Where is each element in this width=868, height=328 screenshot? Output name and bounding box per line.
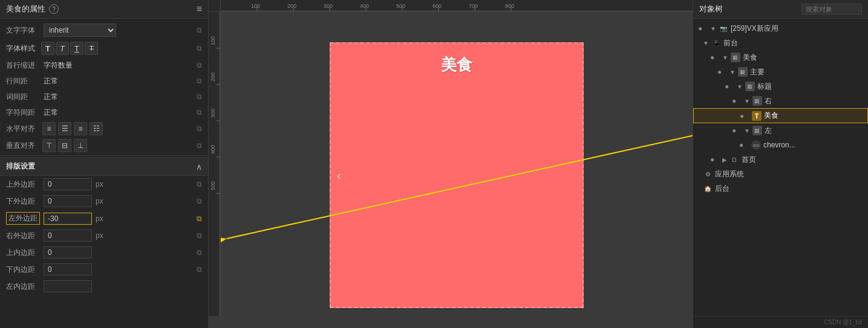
expand-icon-1[interactable]: ▼ <box>703 40 709 47</box>
icon-node-8: ico <box>751 140 761 150</box>
prop-row-lineheight: 行间距 正常 ⧉ <box>0 73 208 89</box>
tree-item-frontend[interactable]: ▼ 📱 前台 <box>693 36 868 50</box>
node-label-6: 美食 <box>764 111 863 121</box>
margin-input-padding-left[interactable] <box>44 280 92 292</box>
tree-item-meishi-text[interactable]: ● T 美食 <box>693 108 868 123</box>
align-center-button[interactable]: ☰ <box>58 122 71 135</box>
tree-item-appsys[interactable]: ⚙ 应用系统 <box>693 167 868 181</box>
copy-icon-margin-right[interactable]: ⧉ <box>197 231 202 240</box>
align-justify-button[interactable]: ☷ <box>90 122 103 135</box>
tree-item-backend[interactable]: 🏠 后台 <box>693 181 868 196</box>
align-left-button[interactable]: ≡ <box>42 122 56 135</box>
margin-input-left[interactable] <box>44 213 92 225</box>
eye-icon-6[interactable]: ● <box>740 112 749 120</box>
prop-row-charspacing: 字符间距 正常 ⧉ <box>0 105 208 120</box>
tree-item-title[interactable]: ● ▼ ▦ 标题 <box>693 79 868 94</box>
right-panel-title: 对象树 <box>699 4 723 14</box>
expand-icon-9[interactable]: ▶ <box>722 156 727 163</box>
margin-input-bottom[interactable] <box>44 195 92 207</box>
copy-icon-wordspacing[interactable]: ⧉ <box>197 92 202 101</box>
expand-icon-0[interactable]: ▼ <box>710 25 716 32</box>
canvas-viewport: ‹ 美食 <box>221 12 693 328</box>
copy-icon-style[interactable]: ⧉ <box>197 44 202 53</box>
eye-icon-3[interactable]: ● <box>717 68 727 76</box>
help-icon[interactable]: ? <box>49 4 59 14</box>
tree-item-right[interactable]: ● ▼ ▦ 右 <box>693 94 868 108</box>
margin-row-left: 左外边距 px ⧉ <box>0 210 208 227</box>
margin-input-padding-top[interactable] <box>44 246 92 259</box>
eye-icon-0[interactable]: ● <box>698 24 708 33</box>
font-style-row: 字体样式 T T T T̶ ⧉ <box>0 39 208 57</box>
expand-icon-5[interactable]: ▼ <box>744 98 750 105</box>
right-panel-header: 对象树 <box>693 0 868 19</box>
expand-icon-3[interactable]: ▼ <box>729 69 736 76</box>
eye-icon-8[interactable]: ● <box>739 141 749 149</box>
expand-icon-4[interactable]: ▼ <box>737 83 743 90</box>
margin-row-right: 右外边距 px ⧉ <box>0 227 208 244</box>
copy-icon-font[interactable]: ⧉ <box>197 26 202 34</box>
eye-icon-4[interactable]: ● <box>725 82 734 91</box>
tree-item-homepage[interactable]: ● ▶ 🗋 首页 <box>693 152 868 167</box>
prop-row-wordspacing: 词间距 正常 ⧉ <box>0 89 208 105</box>
strikethrough-button[interactable]: T̶ <box>85 42 98 55</box>
section-toggle-icon[interactable]: ∧ <box>196 162 202 172</box>
search-input[interactable] <box>801 4 862 14</box>
bold-button[interactable]: T <box>41 42 54 55</box>
eye-icon-9[interactable]: ● <box>710 155 720 164</box>
align-top-button[interactable]: ⊤ <box>42 139 56 152</box>
eye-icon-7[interactable]: ● <box>732 126 742 135</box>
margin-input-right[interactable] <box>44 230 92 242</box>
layout-icon-7: ▦ <box>752 126 762 135</box>
copy-icon-align-v[interactable]: ⧉ <box>197 141 202 150</box>
camera-icon-0: 📷 <box>719 24 728 33</box>
copy-icon-margin-bottom[interactable]: ⧉ <box>197 197 202 205</box>
svg-text:400: 400 <box>210 145 216 154</box>
margin-row-bottom: 下外边距 px ⧉ <box>0 193 208 210</box>
copy-icon-margin-top[interactable]: ⧉ <box>197 180 202 188</box>
svg-text:200: 200 <box>287 3 296 9</box>
copy-icon-indent[interactable]: ⧉ <box>197 61 202 69</box>
margin-label-padding-top: 上内边距 <box>6 248 40 258</box>
eye-icon-5[interactable]: ● <box>732 97 742 105</box>
panel-menu-icon[interactable]: ≡ <box>197 4 202 14</box>
expand-icon-7[interactable]: ▼ <box>744 127 750 134</box>
tree-item-chevron[interactable]: ● ico chevron... <box>693 138 868 152</box>
tree-item-left[interactable]: ● ▼ ▦ 左 <box>693 123 868 138</box>
expand-icon-2[interactable]: ▼ <box>722 54 728 61</box>
tree-item-meishi[interactable]: ● ▼ ▦ 美食 <box>693 50 868 65</box>
section-header-layout[interactable]: 排版设置 ∧ <box>0 157 208 176</box>
copy-icon-margin-left[interactable]: ⧉ <box>197 214 202 223</box>
vertical-ruler: 100 200 300 400 500 <box>209 12 221 316</box>
margin-label-right: 右外边距 <box>6 231 40 241</box>
margin-label-padding-bottom: 下内边距 <box>6 265 40 275</box>
eye-icon-2[interactable]: ● <box>710 53 720 62</box>
phone-icon-1: 📱 <box>711 38 721 48</box>
copy-icon-padding-top[interactable]: ⧉ <box>197 248 202 257</box>
prop-value-lineheight: 正常 <box>44 76 58 86</box>
tree-item-app[interactable]: ● ▼ 📷 [259]VX新应用 <box>693 21 868 36</box>
svg-text:500: 500 <box>396 3 405 9</box>
margin-input-top[interactable] <box>44 178 92 190</box>
copy-icon-padding-bottom[interactable]: ⧉ <box>197 265 202 274</box>
copy-icon-charspacing[interactable]: ⧉ <box>197 108 202 117</box>
margin-label-top: 上外边距 <box>6 179 40 190</box>
node-label-4: 标题 <box>757 82 863 92</box>
copy-icon-lineheight[interactable]: ⧉ <box>197 77 202 85</box>
font-select[interactable]: inherit <box>44 24 116 37</box>
underline-button[interactable]: T <box>70 42 83 55</box>
horizontal-ruler: 100 200 300 400 500 600 700 800 <box>221 0 693 12</box>
align-bottom-button[interactable]: ⊥ <box>74 139 87 152</box>
canvas-area: 100 200 300 400 500 600 700 800 100 200 … <box>209 0 693 328</box>
node-label-2: 美食 <box>743 53 863 63</box>
align-right-button[interactable]: ≡ <box>74 122 87 135</box>
align-middle-button[interactable]: ⊟ <box>58 139 71 152</box>
italic-button[interactable]: T <box>56 42 69 55</box>
panel-header: 美食的属性 ? ≡ <box>0 0 208 19</box>
copy-icon-align-h[interactable]: ⧉ <box>197 124 202 133</box>
tree-body: ● ▼ 📷 [259]VX新应用 ▼ 📱 前台 ● ▼ ▦ 美食 ● ▼ ▦ 主… <box>693 19 868 316</box>
nav-arrow[interactable]: ‹ <box>337 169 341 182</box>
node-label-3: 主要 <box>750 67 863 77</box>
tree-item-main[interactable]: ● ▼ ▦ 主要 <box>693 65 868 79</box>
margin-input-padding-bottom[interactable] <box>44 263 92 275</box>
page-icon-9: 🗋 <box>729 155 739 164</box>
